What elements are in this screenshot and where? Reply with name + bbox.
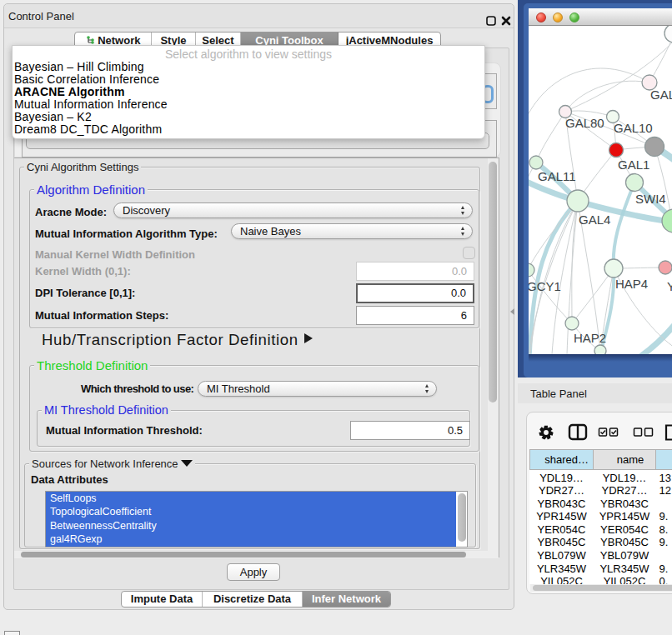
svg-text:GCY1: GCY1 <box>529 279 561 293</box>
svg-text:SWI4: SWI4 <box>635 192 666 206</box>
svg-text:HAP4: HAP4 <box>615 277 648 291</box>
svg-text:GAL2: GAL2 <box>650 88 672 102</box>
svg-text:GAL4: GAL4 <box>579 212 610 227</box>
svg-text:GAL11: GAL11 <box>538 169 576 183</box>
svg-text:GAL10: GAL10 <box>614 121 653 135</box>
svg-text:GAL1: GAL1 <box>618 158 649 172</box>
svg-text:YJ: YJ <box>667 279 672 293</box>
svg-text:HAP2: HAP2 <box>574 331 606 345</box>
svg-text:GAL80: GAL80 <box>565 116 604 130</box>
